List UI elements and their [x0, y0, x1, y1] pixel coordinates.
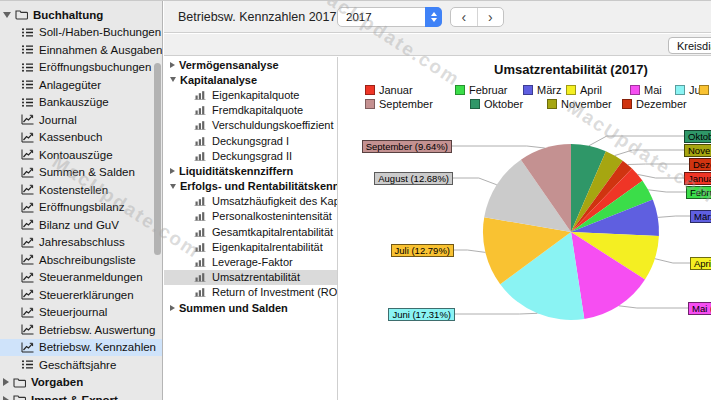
- tree-item[interactable]: Fremdkapitalquote: [164, 103, 337, 118]
- sidebar-item[interactable]: Steueranmeldungen: [0, 269, 162, 287]
- sidebar-item[interactable]: Anlagegüter: [0, 76, 162, 94]
- sidebar-item[interactable]: Summen & Salden: [0, 164, 162, 182]
- sidebar-scrollbar[interactable]: [154, 63, 161, 255]
- sidebar-item[interactable]: Kostenstellen: [0, 181, 162, 199]
- pie-callout-label: Nove: [684, 144, 711, 157]
- list-icon: [20, 27, 35, 38]
- sidebar-item[interactable]: Eröffnungsbuchungen: [0, 59, 162, 77]
- chart-type-button[interactable]: Kreisdia: [668, 37, 711, 54]
- legend-swatch: [566, 85, 576, 95]
- sidebar-item[interactable]: Steuererklärungen: [0, 286, 162, 304]
- disclosure-right-icon[interactable]: [170, 62, 175, 68]
- tree-item[interactable]: Summen und Salden: [164, 300, 337, 315]
- tree-item[interactable]: Erfolgs- und Rentabilitätskennz...: [164, 179, 337, 194]
- tree-item[interactable]: Gesamtkapitalrentabilität: [164, 224, 337, 239]
- legend-swatch: [675, 85, 685, 95]
- tree-item[interactable]: Eigenkapitalquote: [164, 87, 337, 102]
- disclosure-right-icon[interactable]: [3, 378, 9, 386]
- bar-chart-icon: [194, 272, 208, 282]
- tree-item-label: Erfolgs- und Rentabilitätskennz...: [180, 180, 337, 192]
- tree-item[interactable]: Umsatzhäufigkeit des Kapitals: [164, 194, 337, 209]
- sidebar-item[interactable]: Eröffnungsbilanz: [0, 199, 162, 217]
- bar-chart-icon: [194, 151, 208, 161]
- page-title: Betriebsw. Kennzahlen 2017: [178, 10, 336, 24]
- tree-item[interactable]: Deckungsgrad II: [164, 148, 337, 163]
- tree-item[interactable]: Verschuldungskoeffizient: [164, 118, 337, 133]
- sidebar-item[interactable]: Betriebsw. Auswertung: [0, 321, 162, 339]
- legend-item: März: [523, 83, 561, 97]
- legend-item: Oktober: [470, 97, 523, 111]
- folder-icon: [14, 9, 29, 20]
- legend-swatch: [365, 85, 375, 95]
- line-chart-icon: [20, 342, 35, 353]
- pie-callout-label: August (12.68%): [374, 172, 453, 185]
- legend-label: März: [537, 84, 561, 96]
- sidebar-item[interactable]: Vorgaben: [0, 374, 162, 392]
- pie-callout-label: April: [690, 257, 711, 270]
- pie-callout-label: Febru: [686, 186, 711, 199]
- disclosure-right-icon[interactable]: [3, 396, 9, 400]
- prev-year-button[interactable]: ‹: [451, 8, 478, 26]
- next-year-button[interactable]: ›: [478, 8, 504, 26]
- sidebar-item[interactable]: Bankauszüge: [0, 94, 162, 112]
- sidebar-item[interactable]: Steuerjournal: [0, 304, 162, 322]
- tree-item[interactable]: Liquiditätskennziffern: [164, 163, 337, 178]
- list-icon: [20, 359, 35, 370]
- bar-chart-icon: [194, 120, 208, 130]
- legend-swatch: [699, 85, 709, 95]
- sidebar-item[interactable]: Import & Export: [0, 391, 162, 400]
- legend-item: September: [365, 97, 433, 111]
- sidebar-item[interactable]: Kassenbuch: [0, 129, 162, 147]
- disclosure-down-icon[interactable]: [170, 184, 176, 189]
- sidebar-item-label: Abschreibungsliste: [39, 254, 136, 266]
- line-chart-icon: [20, 149, 35, 160]
- year-nav: ‹ ›: [450, 7, 504, 27]
- disclosure-right-icon[interactable]: [170, 168, 175, 174]
- legend-swatch: [523, 85, 533, 95]
- disclosure-down-icon[interactable]: [170, 77, 176, 82]
- sidebar-item[interactable]: Soll-/Haben-Buchungen: [0, 24, 162, 42]
- bar-chart-icon: [194, 196, 208, 206]
- list-icon: [20, 62, 35, 73]
- sidebar-item-label: Import & Export: [31, 394, 118, 400]
- legend-label: Februar: [469, 84, 508, 96]
- tree-item[interactable]: Umsatzrentabilität: [164, 270, 337, 285]
- tree-item-label: Deckungsgrad II: [212, 150, 292, 162]
- list-icon: [20, 97, 35, 108]
- sidebar-item[interactable]: Betriebsw. Kennzahlen: [0, 339, 162, 357]
- sidebar-item-label: Jahresabschluss: [39, 236, 125, 248]
- line-chart-icon: [20, 184, 35, 195]
- tree-item[interactable]: Vermögensanalyse: [164, 57, 337, 72]
- sidebar-item[interactable]: Geschäftsjahre: [0, 356, 162, 374]
- folder-icon: [12, 377, 27, 388]
- tree-item[interactable]: Kapitalanalyse: [164, 72, 337, 87]
- tree-item[interactable]: Return of Investment (ROI): [164, 285, 337, 300]
- tree-item[interactable]: Personalkostenintensität: [164, 209, 337, 224]
- sidebar-item[interactable]: Jahresabschluss: [0, 234, 162, 252]
- disclosure-right-icon[interactable]: [170, 305, 175, 311]
- stepper-icon[interactable]: [425, 7, 442, 27]
- chevron-up-icon: [431, 12, 437, 16]
- sidebar-item[interactable]: Kontoauszüge: [0, 146, 162, 164]
- pie-callout-label: Mai (1: [688, 302, 711, 315]
- sidebar: BuchhaltungSoll-/Haben-BuchungenEinnahme…: [0, 1, 163, 400]
- sidebar-item[interactable]: Journal: [0, 111, 162, 129]
- sidebar-item[interactable]: Abschreibungsliste: [0, 251, 162, 269]
- sidebar-item-label: Steueranmeldungen: [39, 271, 143, 283]
- line-chart-icon: [20, 167, 35, 178]
- pie-callout-label: Deze: [689, 158, 711, 171]
- year-select[interactable]: 2017: [337, 7, 442, 27]
- folder-icon: [12, 394, 27, 400]
- line-chart-icon: [20, 237, 35, 248]
- tree-item[interactable]: Leverage-Faktor: [164, 254, 337, 269]
- sidebar-item[interactable]: Buchhaltung: [0, 6, 162, 24]
- line-chart-icon: [20, 289, 35, 300]
- line-chart-icon: [20, 324, 35, 335]
- tree-item[interactable]: Eigenkapitalrentabilität: [164, 239, 337, 254]
- tree-item[interactable]: Deckungsgrad I: [164, 133, 337, 148]
- legend-item: Juli: [699, 83, 711, 97]
- sidebar-item-label: Buchhaltung: [33, 9, 103, 21]
- disclosure-down-icon[interactable]: [3, 12, 11, 18]
- sidebar-item[interactable]: Einnahmen & Ausgaben: [0, 41, 162, 59]
- sidebar-item[interactable]: Bilanz und GuV: [0, 216, 162, 234]
